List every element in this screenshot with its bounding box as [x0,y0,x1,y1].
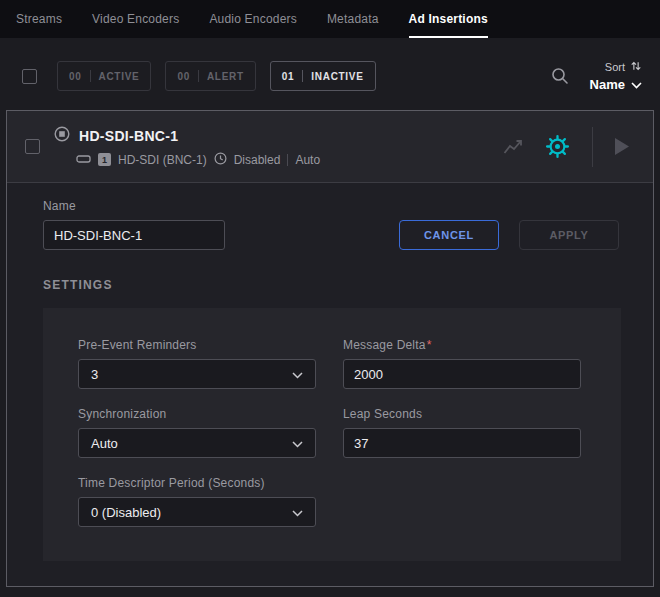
time-descriptor-period-value: 0 (Disabled) [91,505,161,520]
stream-interface: HD-SDI (BNC-1) [118,153,207,167]
sort-control[interactable]: Sort Name [590,60,642,92]
time-descriptor-period-label: Time Descriptor Period (Seconds) [78,476,316,490]
message-delta-field: Message Delta* [343,338,581,389]
synchronization-select[interactable]: Auto [78,428,316,458]
leap-seconds-label: Leap Seconds [343,407,581,421]
card-title-block: HD-SDI-BNC-1 1 HD-SDI (BNC-1) [54,126,320,168]
select-all-checkbox[interactable] [22,69,37,84]
filter-divider [198,70,199,82]
filter-alert-button[interactable]: 00 ALERT [165,61,255,91]
filter-active-label: ACTIVE [99,71,140,82]
synchronization-value: Auto [91,436,118,451]
sort-label: Sort [605,61,625,73]
ad-insertions-page: Streams Video Encoders Audio Encoders Me… [0,0,660,587]
apply-button[interactable]: APPLY [519,220,619,250]
pre-event-reminders-label: Pre-Event Reminders [78,338,316,352]
tab-streams[interactable]: Streams [16,0,62,38]
filter-divider [302,70,303,82]
synchronization-field: Synchronization Auto [78,407,316,458]
tab-metadata[interactable]: Metadata [327,0,379,38]
toolbar-right: Sort Name [550,60,642,92]
port-icon [76,153,91,167]
cancel-button[interactable]: CANCEL [399,220,499,250]
tab-video-encoders[interactable]: Video Encoders [92,0,179,38]
stream-mode: Auto [295,153,320,167]
top-nav: Streams Video Encoders Audio Encoders Me… [0,0,660,38]
stream-card-header: HD-SDI-BNC-1 1 HD-SDI (BNC-1) [7,111,653,183]
stream-status: Disabled [234,153,281,167]
stream-card-body: Name CANCEL APPLY SETTINGS Pre-Event Rem… [7,183,653,561]
filter-divider [90,70,91,82]
search-icon[interactable] [550,66,570,86]
filter-inactive-label: INACTIVE [311,71,363,82]
filter-active-button[interactable]: 00 ACTIVE [57,61,151,91]
synchronization-label: Synchronization [78,407,316,421]
leap-seconds-field: Leap Seconds [343,407,581,458]
filter-inactive-button[interactable]: 01 INACTIVE [270,61,376,91]
chevron-down-icon [292,436,303,451]
toolbar: 00 ACTIVE 00 ALERT 01 INACTIVE Sort [0,48,660,104]
name-input[interactable] [43,220,225,250]
time-descriptor-period-field: Time Descriptor Period (Seconds) 0 (Disa… [78,476,316,527]
chart-icon[interactable] [503,138,523,156]
header-actions-divider [592,127,593,167]
play-icon[interactable] [615,138,629,155]
pre-event-reminders-field: Pre-Event Reminders 3 [78,338,316,389]
filter-active-count: 00 [69,71,82,82]
time-descriptor-period-select[interactable]: 0 (Disabled) [78,497,316,527]
stopped-status-icon [54,126,70,146]
settings-panel: Pre-Event Reminders 3 Message Delta* [43,308,621,561]
gear-icon[interactable] [545,134,570,159]
filter-inactive-count: 01 [282,71,295,82]
chevron-down-icon [631,77,642,92]
pre-event-reminders-select[interactable]: 3 [78,359,316,389]
name-row: Name CANCEL APPLY [43,199,619,250]
tab-ad-insertions[interactable]: Ad Insertions [409,0,488,38]
pre-event-reminders-value: 3 [91,367,98,382]
name-label: Name [43,199,225,213]
required-mark: * [427,338,432,352]
message-delta-label: Message Delta [343,338,426,352]
tab-audio-encoders[interactable]: Audio Encoders [209,0,297,38]
port-count-badge: 1 [98,153,111,166]
subtitle-divider [287,154,288,166]
chevron-down-icon [292,367,303,382]
sort-arrows-icon [630,60,642,74]
leap-seconds-input[interactable] [343,428,581,458]
card-header-actions [503,127,629,167]
chevron-down-icon [292,505,303,520]
settings-heading: SETTINGS [43,278,619,292]
clock-icon [214,152,227,168]
sort-value: Name [590,77,625,92]
message-delta-input[interactable] [343,359,581,389]
card-select-checkbox[interactable] [25,139,40,154]
filter-alert-count: 00 [177,71,190,82]
stream-card: HD-SDI-BNC-1 1 HD-SDI (BNC-1) [6,110,654,587]
stream-title: HD-SDI-BNC-1 [79,128,178,144]
form-actions: CANCEL APPLY [399,220,619,250]
filter-alert-label: ALERT [207,71,244,82]
